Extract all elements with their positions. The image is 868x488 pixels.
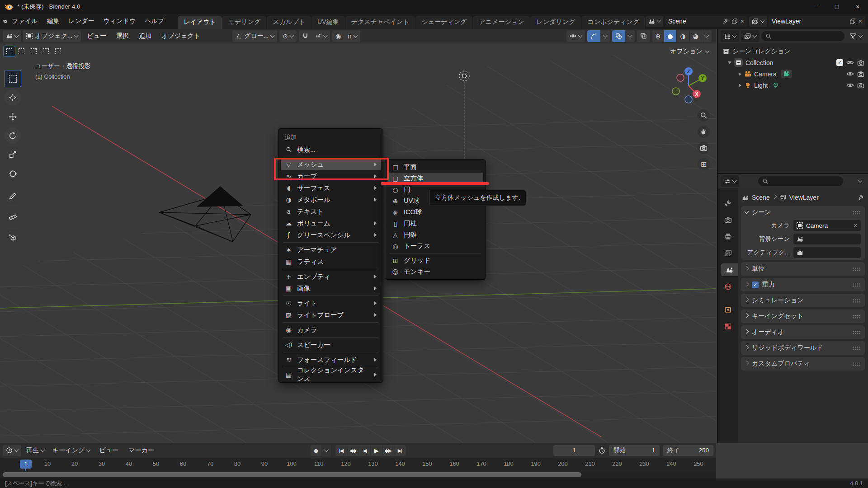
light-data-icon[interactable]: [772, 82, 779, 89]
object-visibility-dropdown[interactable]: [566, 30, 585, 42]
breadcrumb-scene[interactable]: Scene: [752, 194, 770, 201]
panel-grip-icon[interactable]: [852, 346, 861, 350]
next-keyframe-button[interactable]: ◆▶: [382, 445, 394, 456]
play-button[interactable]: ▶: [371, 445, 382, 456]
tab-view-layer-properties[interactable]: [718, 247, 738, 259]
menu-window[interactable]: ウィンドウ: [99, 15, 141, 28]
jump-to-end-button[interactable]: ▶|: [394, 445, 406, 456]
mesh-item-torus[interactable]: ◎ トーラス: [387, 240, 483, 252]
tab-rendering[interactable]: レンダリング: [530, 16, 581, 29]
auto-keying-dropdown[interactable]: [321, 445, 331, 456]
viewport-menu-select[interactable]: 選択: [112, 30, 133, 42]
add-menu-item-mesh[interactable]: ▽ メッシュ: [281, 159, 381, 170]
jump-to-start-button[interactable]: |◀: [335, 445, 347, 456]
editor-type-button[interactable]: [3, 30, 21, 42]
mesh-item-cube[interactable]: ▢ 立方体: [387, 173, 483, 184]
add-menu-item-curve[interactable]: ∿ カーブ: [281, 170, 381, 182]
viewport-menu-view[interactable]: ビュー: [83, 30, 110, 42]
frame-end-field[interactable]: 終了 250: [663, 445, 713, 456]
tool-rotate[interactable]: [5, 127, 21, 144]
scene-name-field[interactable]: Scene ×: [665, 16, 747, 27]
tab-layout[interactable]: レイアウト: [178, 16, 222, 29]
new-layer-icon[interactable]: [849, 18, 856, 24]
timeline-marker-menu[interactable]: マーカー: [124, 445, 158, 456]
add-menu-item-metaball[interactable]: ◑ メタボール: [281, 194, 381, 206]
panel-grip-icon[interactable]: [852, 330, 861, 334]
pivot-point-dropdown[interactable]: ⊙: [279, 30, 297, 42]
tab-tool-properties[interactable]: [718, 197, 738, 209]
timeline-view-menu[interactable]: ビュー: [95, 445, 123, 456]
zoom-button[interactable]: [698, 109, 710, 122]
pin-icon[interactable]: [857, 194, 864, 201]
view-layer-browse-button[interactable]: [749, 16, 767, 27]
panel-custom-properties[interactable]: カスタムプロパティ: [741, 357, 865, 371]
panel-keying-sets[interactable]: キーイングセット: [741, 310, 865, 323]
camera-data-icon[interactable]: [781, 70, 792, 78]
prev-keyframe-button[interactable]: ◀◆: [347, 445, 359, 456]
panel-units[interactable]: 単位: [741, 262, 865, 276]
playback-menu[interactable]: 再生: [23, 445, 47, 456]
tool-cursor[interactable]: [5, 89, 21, 106]
gizmos-toggle[interactable]: [587, 30, 600, 42]
scrollbar-thumb[interactable]: [3, 472, 581, 477]
add-menu-item-volume[interactable]: ☁ ボリューム: [281, 217, 381, 229]
clear-icon[interactable]: ×: [854, 222, 858, 229]
disclosure-right-icon[interactable]: [739, 72, 741, 76]
collection-checkbox[interactable]: ✓: [836, 59, 843, 66]
mesh-item-cylinder[interactable]: ▯ 円柱: [387, 218, 483, 229]
tab-texture-properties[interactable]: [718, 320, 738, 333]
pin-icon[interactable]: [722, 18, 729, 24]
disclosure-right-icon[interactable]: [739, 84, 741, 87]
mesh-item-ico-sphere[interactable]: ◈ ICO球: [387, 206, 483, 218]
tab-scene-properties[interactable]: [721, 263, 738, 276]
active-clip-field[interactable]: [793, 247, 861, 258]
timeline-scrollbar[interactable]: [0, 471, 716, 479]
tool-select-box[interactable]: [5, 70, 21, 87]
render-visibility-icon[interactable]: [857, 70, 864, 78]
tab-texture-paint[interactable]: テクスチャペイント: [345, 16, 415, 29]
panel-grip-icon[interactable]: [852, 362, 861, 366]
camera-view-button[interactable]: [698, 142, 710, 154]
add-menu-item-text[interactable]: a テキスト: [281, 206, 381, 217]
outliner-search-input[interactable]: [761, 31, 844, 41]
close-button[interactable]: ×: [847, 0, 868, 14]
panel-grip-icon[interactable]: [852, 314, 861, 319]
outliner-row-collection[interactable]: Collection ✓: [718, 57, 868, 68]
outliner-row-scene-collection[interactable]: シーンコレクション: [718, 46, 868, 57]
layer-close-icon[interactable]: ×: [859, 18, 862, 25]
render-visibility-icon[interactable]: [857, 59, 864, 66]
mesh-item-cone[interactable]: △ 円錐: [387, 229, 483, 240]
gizmo-neg-x[interactable]: [677, 74, 684, 81]
tab-compositing[interactable]: コンポジティング: [581, 16, 645, 29]
timeline-ruler[interactable]: 1020 3040 5060 7080 90100 110120 130140 …: [0, 458, 716, 471]
add-menu-item-surface[interactable]: ◖ サーフェス: [281, 182, 381, 194]
shading-wireframe-button[interactable]: ⊕: [652, 30, 664, 42]
add-menu-item-collection-instance[interactable]: ▤ コレクションインスタンス: [281, 369, 381, 380]
tab-output-properties[interactable]: [718, 230, 738, 243]
shading-material-button[interactable]: ◑: [677, 30, 689, 42]
gizmo-neg-z[interactable]: [685, 96, 692, 103]
timeline-editor-type-button[interactable]: [3, 445, 21, 456]
gizmos-dropdown[interactable]: [600, 30, 610, 42]
background-scene-field[interactable]: [793, 234, 861, 244]
scene-browse-button[interactable]: [646, 16, 663, 27]
gizmo-neg-y[interactable]: [672, 88, 679, 95]
add-menu-item-speaker[interactable]: ◁) スピーカー: [281, 339, 381, 351]
select-mode-invert-button[interactable]: [40, 46, 52, 56]
panel-rigid-body-world[interactable]: リジッドボディワールド: [741, 341, 865, 355]
menu-render[interactable]: レンダー: [64, 15, 99, 28]
camera-object[interactable]: [159, 187, 251, 242]
snap-settings-dropdown[interactable]: [312, 30, 330, 42]
render-visibility-icon[interactable]: [857, 82, 864, 89]
panel-grip-icon[interactable]: [852, 267, 861, 271]
panel-simulation[interactable]: シミュレーション: [741, 294, 865, 307]
current-frame-field[interactable]: 1: [553, 445, 595, 456]
add-menu-item-grease-pencil[interactable]: ʃ グリースペンシル: [281, 229, 381, 241]
transform-orientation-dropdown[interactable]: グロー...: [232, 30, 277, 42]
add-menu-search[interactable]: 検索...: [281, 144, 381, 155]
xray-toggle[interactable]: [637, 30, 650, 42]
pan-button[interactable]: [698, 126, 710, 138]
select-mode-extend-button[interactable]: [16, 46, 27, 56]
outliner-editor-type-button[interactable]: [721, 30, 739, 42]
options-dropdown[interactable]: オプション: [667, 46, 712, 57]
